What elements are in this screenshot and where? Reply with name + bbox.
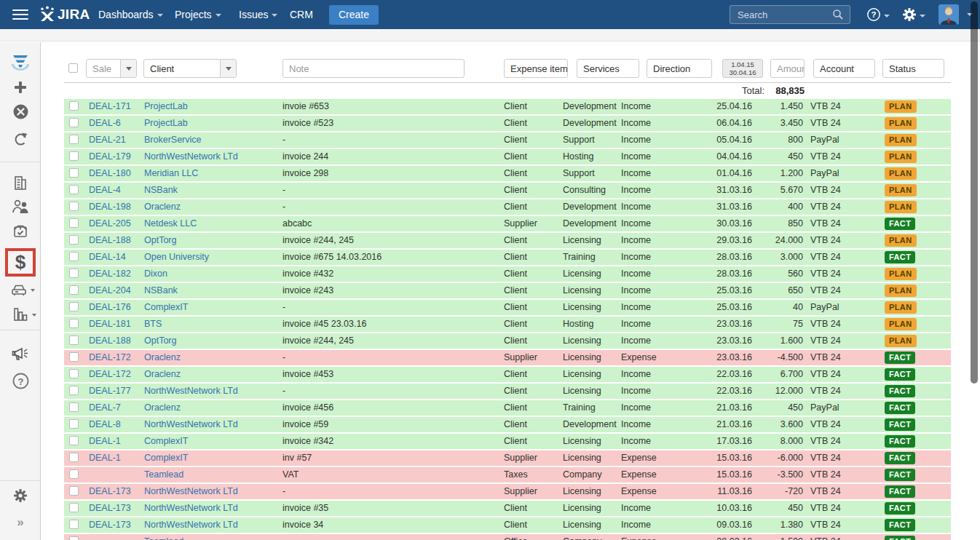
company-link[interactable]: NorthWestNetwork LTd	[144, 501, 280, 516]
refresh-icon[interactable]	[0, 131, 41, 149]
deal-key-link[interactable]: DEAL-4	[89, 183, 143, 198]
company-link[interactable]: ComplexIT	[144, 450, 280, 466]
expense-items-filter[interactable]: Expense items	[504, 59, 568, 78]
company-link[interactable]: Netdesk LLC	[144, 216, 280, 231]
company-link[interactable]: Dixon	[144, 266, 280, 282]
company-link[interactable]: Oraclenz	[144, 367, 280, 382]
deal-key-link[interactable]: DEAL-7	[89, 400, 143, 416]
deal-key-link[interactable]: DEAL-173	[89, 501, 143, 516]
deal-key-link[interactable]: DEAL-179	[89, 149, 143, 164]
services-filter[interactable]: Services	[577, 59, 639, 78]
company-link[interactable]: Teamlead	[144, 467, 280, 483]
row-checkbox[interactable]	[69, 536, 79, 540]
company-link[interactable]: NorthWestNetwork LTd	[144, 517, 280, 533]
direction-filter[interactable]: Direction	[647, 59, 712, 78]
row-checkbox[interactable]	[69, 486, 79, 496]
company-link[interactable]: Meridian LLC	[144, 166, 280, 181]
company-link[interactable]: OptTorg	[144, 233, 280, 248]
note-filter-input[interactable]: Note	[282, 59, 465, 78]
deal-key-link[interactable]: DEAL-1	[89, 434, 143, 449]
row-checkbox[interactable]	[69, 202, 79, 211]
row-checkbox[interactable]	[69, 453, 79, 462]
select-all-checkbox[interactable]	[68, 63, 78, 73]
deal-key-link[interactable]: DEAL-1	[89, 450, 143, 466]
deal-key-link[interactable]: DEAL-176	[89, 300, 143, 315]
announcements-icon[interactable]	[0, 345, 41, 365]
deal-key-link[interactable]: DEAL-21	[89, 132, 143, 148]
row-checkbox[interactable]	[69, 503, 79, 512]
row-checkbox[interactable]	[69, 118, 79, 127]
nav-issues[interactable]: Issues	[239, 0, 277, 29]
company-link[interactable]: OptTorg	[144, 333, 280, 349]
deal-key-link[interactable]: DEAL-205	[89, 216, 143, 231]
company-link[interactable]: BrokerService	[144, 132, 280, 148]
add-icon[interactable]	[0, 80, 41, 97]
company-link[interactable]: BTS	[144, 317, 280, 332]
row-checkbox[interactable]	[69, 436, 79, 445]
close-icon[interactable]	[0, 104, 41, 122]
row-checkbox[interactable]	[69, 101, 79, 111]
row-checkbox[interactable]	[69, 302, 79, 311]
company-link[interactable]: Teamlead	[144, 534, 280, 540]
settings-gear-icon[interactable]	[0, 488, 41, 505]
company-link[interactable]: Oraclenz	[144, 400, 280, 416]
nav-projects[interactable]: Projects	[175, 0, 221, 29]
company-link[interactable]: Oraclenz	[144, 199, 280, 215]
row-checkbox[interactable]	[69, 235, 79, 245]
row-checkbox[interactable]	[69, 285, 79, 295]
client-filter[interactable]: Client	[143, 59, 237, 78]
deal-key-link[interactable]: DEAL-182	[89, 266, 143, 282]
row-checkbox[interactable]	[69, 386, 79, 395]
teamlead-logo-icon[interactable]	[0, 53, 41, 77]
date-range-filter[interactable]: 1.04.1530.04.16	[722, 59, 763, 78]
vertical-scrollbar[interactable]	[971, 1, 978, 384]
nav-dashboards[interactable]: Dashboards	[98, 0, 163, 29]
deal-key-link[interactable]: DEAL-172	[89, 367, 143, 382]
status-filter[interactable]: Status	[882, 59, 944, 78]
row-checkbox[interactable]	[69, 135, 79, 144]
row-checkbox[interactable]	[69, 218, 79, 228]
client-filter-dropdown[interactable]	[220, 60, 236, 77]
row-checkbox[interactable]	[69, 168, 79, 178]
company-link[interactable]: ProjectLab	[144, 99, 280, 114]
company-link[interactable]: ProjectLab	[144, 116, 280, 131]
jira-logo[interactable]: JIRA	[39, 5, 90, 24]
company-link[interactable]: NorthWestNetwork LTd	[144, 384, 280, 399]
contacts-icon[interactable]	[0, 199, 41, 216]
create-button[interactable]: Create	[329, 5, 379, 25]
deal-key-link[interactable]: DEAL-181	[89, 317, 143, 332]
row-checkbox[interactable]	[69, 469, 79, 479]
collapse-sidebar-icon[interactable]: »	[0, 515, 41, 530]
company-link[interactable]: NorthWestNetwork LTd	[144, 417, 280, 432]
row-checkbox[interactable]	[69, 269, 79, 278]
sale-filter[interactable]: Sale	[86, 59, 137, 78]
deal-key-link[interactable]: DEAL-173	[89, 517, 143, 533]
company-link[interactable]: Open University	[144, 250, 280, 265]
deal-key-link[interactable]: DEAL-8	[89, 417, 143, 432]
app-switcher-icon[interactable]	[12, 9, 28, 23]
row-checkbox[interactable]	[69, 335, 79, 345]
deal-key-link[interactable]: DEAL-204	[89, 283, 143, 298]
equipment-icon[interactable]	[0, 283, 41, 298]
deal-key-link[interactable]: DEAL-173	[89, 484, 143, 499]
company-link[interactable]: ComplexIT	[144, 300, 280, 315]
deal-key-link[interactable]: DEAL-14	[89, 250, 143, 265]
transactions-active-highlight[interactable]: $	[5, 248, 36, 277]
reports-icon[interactable]	[0, 306, 41, 325]
row-checkbox[interactable]	[69, 252, 79, 261]
company-link[interactable]: Oraclenz	[144, 350, 280, 365]
row-checkbox[interactable]	[69, 419, 79, 429]
company-link[interactable]: NSBank	[144, 283, 280, 298]
search-input[interactable]: Search	[730, 5, 850, 24]
deal-key-link[interactable]: DEAL-172	[89, 350, 143, 365]
sale-filter-dropdown[interactable]	[120, 60, 136, 77]
row-checkbox[interactable]	[69, 402, 79, 412]
deal-key-link[interactable]: DEAL-177	[89, 384, 143, 399]
nav-crm[interactable]: CRM	[290, 0, 313, 29]
deal-key-link[interactable]: DEAL-180	[89, 166, 143, 181]
amount-filter-input[interactable]: Amount	[770, 59, 805, 78]
company-link[interactable]: NorthWestNetwork LTd	[144, 484, 280, 499]
company-link[interactable]: NSBank	[144, 183, 280, 198]
company-link[interactable]: NorthWestNetwork LTd	[144, 149, 280, 164]
help-icon[interactable]: ?	[0, 373, 41, 392]
